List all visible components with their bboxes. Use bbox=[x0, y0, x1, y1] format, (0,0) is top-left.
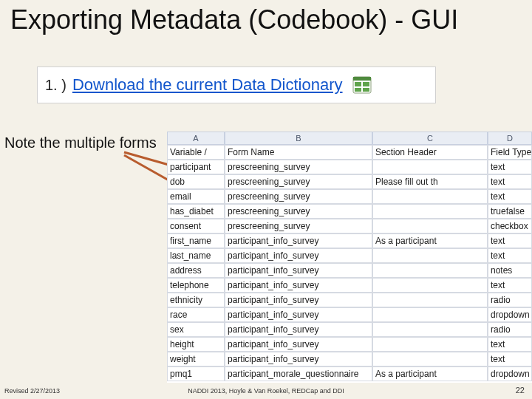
col-letter-a: A bbox=[167, 132, 225, 145]
cell-a: dob bbox=[167, 174, 225, 189]
cell-a: first_name bbox=[167, 233, 225, 248]
cell-c bbox=[372, 263, 488, 278]
table-row: ethnicityparticipant_info_surveyradio bbox=[167, 293, 532, 307]
cell-b: participant_info_survey bbox=[225, 278, 372, 293]
cell-c: Please fill out th bbox=[372, 174, 488, 189]
cell-a: weight bbox=[167, 352, 225, 366]
cell-b: prescreening_survey bbox=[225, 189, 372, 204]
download-dictionary-box: 1. ) Download the current Data Dictionar… bbox=[37, 66, 436, 103]
cell-a: sex bbox=[167, 322, 225, 337]
cell-b: participant_info_survey bbox=[225, 307, 372, 322]
cell-c bbox=[372, 204, 488, 219]
cell-a: last_name bbox=[167, 248, 225, 263]
cell-a: email bbox=[167, 189, 225, 204]
svg-rect-5 bbox=[363, 88, 369, 92]
header-variable: Variable / bbox=[167, 145, 225, 160]
svg-rect-4 bbox=[355, 88, 361, 92]
table-row: emailprescreening_surveytext bbox=[167, 189, 532, 204]
cell-b: participant_info_survey bbox=[225, 248, 372, 263]
cell-b: prescreening_survey bbox=[225, 204, 372, 219]
cell-d: radio bbox=[488, 322, 532, 337]
table-row: addressparticipant_info_surveynotes bbox=[167, 263, 532, 278]
footer-citation: NADDI 2013, Hoyle & Van Roekel, REDCap a… bbox=[0, 387, 532, 395]
excel-icon bbox=[352, 75, 372, 95]
table-row: telephoneparticipant_info_surveytext bbox=[167, 278, 532, 293]
cell-b: prescreening_survey bbox=[225, 174, 372, 189]
cell-d: dropdown bbox=[488, 366, 532, 381]
cell-d: text bbox=[488, 174, 532, 189]
cell-c bbox=[372, 322, 488, 337]
cell-a: pmq1 bbox=[167, 366, 225, 381]
cell-d: text bbox=[488, 160, 532, 174]
col-letter-b: B bbox=[225, 132, 372, 145]
cell-a: consent bbox=[167, 219, 225, 233]
cell-c bbox=[372, 278, 488, 293]
svg-rect-1 bbox=[353, 77, 371, 81]
table-row: first_nameparticipant_info_surveyAs a pa… bbox=[167, 233, 532, 248]
col-letter-c: C bbox=[372, 132, 488, 145]
header-form-name: Form Name bbox=[225, 145, 372, 160]
table-row: sexparticipant_info_surveyradio bbox=[167, 322, 532, 337]
table-row: has_diabetprescreening_surveytruefalse bbox=[167, 204, 532, 219]
cell-c: As a participant bbox=[372, 233, 488, 248]
cell-b: participant_info_survey bbox=[225, 263, 372, 278]
table-row: heightparticipant_info_surveytext bbox=[167, 337, 532, 352]
cell-b: participant_info_survey bbox=[225, 293, 372, 307]
svg-rect-3 bbox=[363, 82, 369, 86]
cell-d: text bbox=[488, 352, 532, 366]
cell-c bbox=[372, 219, 488, 233]
download-number: 1. ) bbox=[45, 77, 66, 94]
header-section: Section Header bbox=[372, 145, 488, 160]
cell-c bbox=[372, 293, 488, 307]
cell-d: checkbox bbox=[488, 219, 532, 233]
svg-rect-2 bbox=[355, 82, 361, 86]
table-row: weightparticipant_info_surveytext bbox=[167, 352, 532, 366]
cell-a: height bbox=[167, 337, 225, 352]
cell-a: participant bbox=[167, 160, 225, 174]
table-row: consentprescreening_surveycheckbox bbox=[167, 219, 532, 233]
cell-a: ethnicity bbox=[167, 293, 225, 307]
cell-d: text bbox=[488, 278, 532, 293]
cell-b: participant_morale_questionnaire bbox=[225, 366, 372, 381]
cell-b: participant_info_survey bbox=[225, 352, 372, 366]
cell-c bbox=[372, 189, 488, 204]
cell-c bbox=[372, 160, 488, 174]
cell-d: text bbox=[488, 337, 532, 352]
cell-b: participant_info_survey bbox=[225, 233, 372, 248]
cell-a: has_diabet bbox=[167, 204, 225, 219]
cell-d: text bbox=[488, 248, 532, 263]
download-dictionary-link[interactable]: Download the current Data Dictionary bbox=[72, 75, 343, 95]
cell-d: text bbox=[488, 233, 532, 248]
header-field-type: Field Type bbox=[488, 145, 532, 160]
table-row: raceparticipant_info_surveydropdown bbox=[167, 307, 532, 322]
cell-d: truefalse bbox=[488, 204, 532, 219]
cell-d: radio bbox=[488, 293, 532, 307]
cell-b: prescreening_survey bbox=[225, 219, 372, 233]
note-multiple-forms: Note the multiple forms bbox=[4, 134, 157, 151]
cell-c bbox=[372, 307, 488, 322]
cell-d: notes bbox=[488, 263, 532, 278]
cell-b: participant_info_survey bbox=[225, 322, 372, 337]
cell-b: prescreening_survey bbox=[225, 160, 372, 174]
header-row: Variable / Form Name Section Header Fiel… bbox=[167, 145, 532, 160]
cell-d: dropdown bbox=[488, 307, 532, 322]
cell-c bbox=[372, 248, 488, 263]
spreadsheet-preview: A B C D Variable / Form Name Section Hea… bbox=[167, 132, 532, 383]
cell-c bbox=[372, 352, 488, 366]
col-letter-d: D bbox=[488, 132, 532, 145]
table-row: dobprescreening_surveyPlease fill out th… bbox=[167, 174, 532, 189]
cell-b: participant_info_survey bbox=[225, 337, 372, 352]
table-row: participantprescreening_surveytext bbox=[167, 160, 532, 174]
table-row: last_nameparticipant_info_surveytext bbox=[167, 248, 532, 263]
cell-a: telephone bbox=[167, 278, 225, 293]
cell-a: race bbox=[167, 307, 225, 322]
cell-d: text bbox=[488, 189, 532, 204]
cell-a: address bbox=[167, 263, 225, 278]
table-row: pmq1participant_morale_questionnaireAs a… bbox=[167, 366, 532, 381]
cell-c bbox=[372, 337, 488, 352]
cell-c: As a participant bbox=[372, 366, 488, 381]
slide-number: 22 bbox=[516, 386, 525, 395]
slide-title: Exporting Metadata (Codebook) - GUI bbox=[10, 4, 522, 35]
column-letter-row: A B C D bbox=[167, 132, 532, 145]
